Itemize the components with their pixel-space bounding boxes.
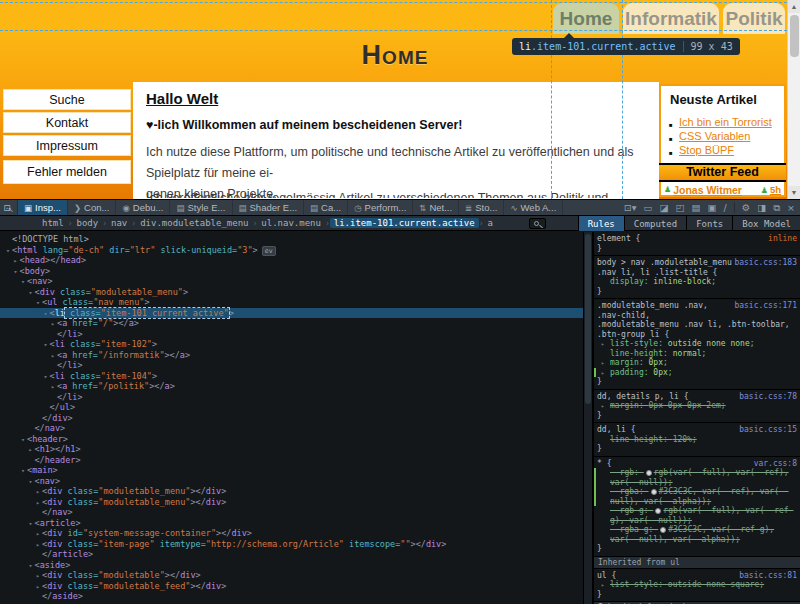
rule-selector[interactable]: .btn-group li { <box>597 330 797 340</box>
markup-line[interactable]: ▸<div class="moduletable_menu"></div> <box>0 497 583 508</box>
markup-line[interactable]: ▸<a href="/politik"></a> <box>0 381 583 392</box>
color-swatch-icon[interactable] <box>660 527 666 533</box>
css-property[interactable]: display: inline-block; <box>597 277 797 287</box>
site-tab-home[interactable]: Home <box>553 3 619 34</box>
markup-line[interactable]: ▸<div class="moduletable_menu"></div> <box>0 486 583 497</box>
markup-line[interactable]: </nav> <box>0 507 583 518</box>
scroll-up-icon[interactable]: ▲ <box>788 0 800 13</box>
rule-origin-link[interactable]: basic.css:183 <box>734 258 797 268</box>
markup-line[interactable]: </header> <box>0 455 583 466</box>
frame-select-icon[interactable]: ⊡▾ <box>624 202 637 213</box>
sidebar-button-fehler-melden[interactable]: Fehler melden <box>3 160 131 184</box>
markup-line[interactable]: ▾<main> <box>0 465 583 476</box>
tool-tab-ca[interactable]: ▤Ca... <box>304 200 348 215</box>
article-link[interactable]: CSS Variablen <box>679 130 750 142</box>
breadcrumb-item[interactable]: nav <box>107 218 131 228</box>
sidebar-button-suche[interactable]: Suche <box>3 89 131 110</box>
color-swatch-icon[interactable] <box>651 489 657 495</box>
markup-line[interactable]: ▾<html lang="de-ch" dir="ltr" slick-uniq… <box>0 245 583 256</box>
css-property[interactable]: --rgb-g: rgb(var(--full), var(--ref-g), … <box>597 506 797 525</box>
breadcrumb-item[interactable]: ul.nav.menu <box>257 218 325 228</box>
css-property[interactable]: ▸list-style: outside none none; <box>597 339 797 349</box>
site-tab-politik[interactable]: Politik <box>723 3 785 34</box>
tweet-time-link[interactable]: 5h <box>770 184 781 195</box>
tool-tab-con[interactable]: ❯Con... <box>68 200 116 215</box>
close-icon[interactable]: × <box>787 202 795 213</box>
rule-origin-link[interactable]: inline <box>768 234 797 244</box>
markup-line[interactable]: ▾<li class="item-102"> <box>0 339 583 350</box>
tweet-author-link[interactable]: Jonas Witmer <box>673 184 742 196</box>
sidebar-button-kontakt[interactable]: Kontakt <box>3 112 131 133</box>
markup-line[interactable]: ▸<div class="moduletable"></div> <box>0 570 583 581</box>
rule-selector[interactable]: .nav-child, <box>597 311 797 321</box>
tilt-3d-icon[interactable]: ◰ <box>676 202 685 213</box>
tool-tab-stylee[interactable]: ▤Style E... <box>170 200 232 215</box>
sidebar-tab-fonts[interactable]: Fonts <box>686 216 732 231</box>
rule-origin-link[interactable]: basic.css:171 <box>734 301 797 311</box>
breadcrumb-item[interactable]: div.moduletable_menu <box>136 218 252 228</box>
scratchpad-icon[interactable]: ▤ <box>692 202 701 213</box>
rule-selector[interactable]: .moduletable_menu .nav li, .btn-toolbar, <box>597 320 797 330</box>
sidebar-tab-box-model[interactable]: Box Model <box>732 216 800 231</box>
rule-selector[interactable]: .nav li, li .list-title { <box>597 268 797 278</box>
breadcrumb-item[interactable]: body <box>73 218 103 228</box>
markup-line[interactable]: ▾<article> <box>0 518 583 529</box>
pick-element-button[interactable]: ⊡↖ <box>0 200 18 215</box>
tool-tab-debu[interactable]: ◉Debu... <box>116 200 170 215</box>
markup-line[interactable]: <!DOCTYPE html> <box>0 234 583 245</box>
article-link[interactable]: Stop BÜPF <box>679 144 734 156</box>
tool-tab-weba[interactable]: ∿Web A... <box>504 200 563 215</box>
markup-line[interactable]: ▸<div class="moduletable_feed"></div> <box>0 581 583 592</box>
tool-tab-perform[interactable]: ◷Perform... <box>348 200 413 215</box>
settings-gear-icon[interactable]: ⚙ <box>742 202 751 213</box>
markup-search-button[interactable] <box>529 218 546 229</box>
css-property[interactable]: ▸list-style: outside none square; <box>597 580 797 590</box>
markup-line[interactable]: </ul> <box>0 402 583 413</box>
markup-line[interactable]: ▾<nav> <box>0 476 583 487</box>
markup-line[interactable]: ▸<div class="item-page" itemtype="http:/… <box>0 539 583 550</box>
tool-tab-shadere[interactable]: ▤Shader E... <box>233 200 305 215</box>
markup-line[interactable]: ▸<a href="/"></a> <box>0 318 583 329</box>
rule-origin-link[interactable]: var.css:8 <box>754 459 797 469</box>
css-property[interactable]: --rgba: #3C3C3C, var(--ref), var(--null)… <box>597 487 797 506</box>
markup-scrollbar-thumb[interactable] <box>585 234 591 404</box>
breadcrumb-item[interactable]: a <box>483 218 496 228</box>
css-property[interactable]: --rgba-g: #3C3C3C, var(--ref-g), var(--n… <box>597 525 797 544</box>
color-swatch-icon[interactable] <box>655 508 661 514</box>
markup-line[interactable]: ▸<div id="system-message-container"></di… <box>0 528 583 539</box>
rule-selector[interactable]: element { <box>597 234 797 244</box>
rule-origin-link[interactable]: basic.css:78 <box>739 392 797 402</box>
breadcrumb-item[interactable]: li.item-101.current.active <box>330 218 479 228</box>
sidebar-tab-rules[interactable]: Rules <box>578 216 624 231</box>
scroll-down-icon[interactable]: ▼ <box>788 186 800 199</box>
responsive-mode-icon[interactable]: ▭ <box>644 202 653 213</box>
markup-line[interactable]: ▾<body> <box>0 266 583 277</box>
page-scrollbar[interactable]: ▲ ▼ <box>787 0 800 199</box>
undock-window-icon[interactable]: ⧉ <box>773 202 780 214</box>
tool-tab-insp[interactable]: ▣Insp... <box>18 200 68 215</box>
event-badge[interactable]: ev <box>262 246 276 256</box>
markup-line[interactable]: ▾<div class="moduletable_menu"> <box>0 287 583 298</box>
markup-line[interactable]: ▸<head></head> <box>0 255 583 266</box>
dock-side-icon[interactable]: ◨ <box>757 202 766 213</box>
markup-line[interactable]: ▾<ul class="nav menu"> <box>0 297 583 308</box>
scrollbar-thumb[interactable] <box>790 15 799 57</box>
rule-origin-link[interactable]: basic.css:81 <box>739 571 797 581</box>
markup-line[interactable]: ▾<aside> <box>0 560 583 571</box>
eyedropper-icon[interactable]: ∕ <box>724 202 727 213</box>
markup-line[interactable]: </article> <box>0 549 583 560</box>
tool-tab-net[interactable]: ⇅Net... <box>413 200 459 215</box>
markup-line[interactable]: ▸<h1></h1> <box>0 444 583 455</box>
markup-line[interactable]: ▾<nav> <box>0 276 583 287</box>
rule-origin-link[interactable]: basic.css:15 <box>739 425 797 435</box>
markup-line[interactable]: </li> <box>0 392 583 403</box>
sidebar-button-impressum[interactable]: Impressum <box>3 135 131 156</box>
markup-line[interactable]: ▸<a href="/informatik"></a> <box>0 350 583 361</box>
markup-line[interactable]: </div> <box>0 413 583 424</box>
markup-line[interactable]: </aside> <box>0 591 583 602</box>
paintbrush-icon[interactable]: ◪ <box>660 202 669 213</box>
site-tab-informatik[interactable]: Informatik <box>623 3 719 34</box>
css-property[interactable]: ▸margin: 0px; <box>597 358 797 368</box>
color-swatch-icon[interactable] <box>646 470 652 476</box>
markup-line[interactable]: </li> <box>0 329 583 340</box>
